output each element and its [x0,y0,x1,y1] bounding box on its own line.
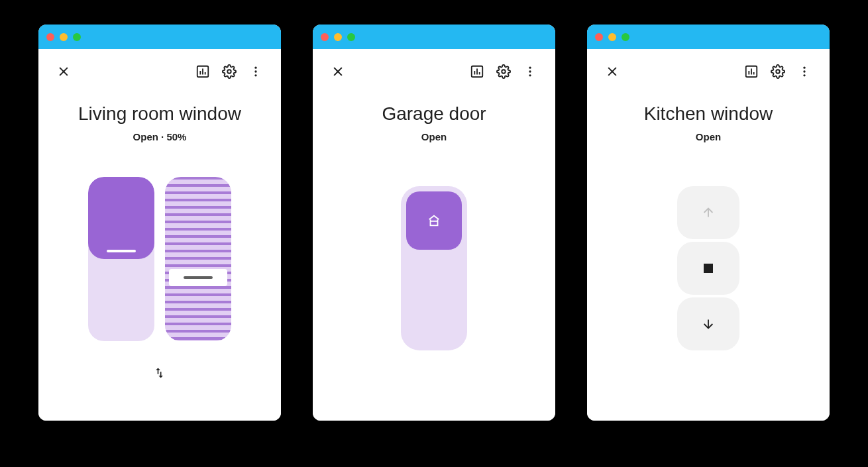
arrow-up-icon [701,205,716,220]
sliders-row [88,177,231,341]
tilt-indicator [169,269,227,286]
close-cover-button[interactable] [677,297,739,350]
window-garage-door: Garage door Open [313,25,555,421]
title-block: Garage door Open [313,94,555,142]
chart-icon [195,64,210,79]
chart-icon [470,64,484,79]
more-button[interactable] [243,58,269,85]
device-title: Garage door [313,103,555,125]
cover-handle [107,250,136,252]
more-vertical-icon [249,65,262,78]
close-icon [606,65,619,78]
title-block: Kitchen window Open [587,94,830,142]
more-vertical-icon [523,65,537,78]
swap-mode-button[interactable] [146,360,173,386]
svg-point-29 [803,70,805,72]
svg-point-30 [803,74,805,76]
history-button[interactable] [738,58,765,85]
window-close-dot[interactable] [46,33,54,41]
card-header [38,49,281,94]
svg-point-28 [803,67,805,69]
card-header [313,49,555,94]
garage-toggle[interactable] [401,186,467,350]
tilt-stripes [165,177,231,341]
cover-fill [88,177,154,259]
card-header [587,49,830,94]
close-button[interactable] [325,58,351,85]
close-button[interactable] [599,58,625,85]
controls-area [587,142,830,421]
device-status: Open [587,131,830,142]
cover-position-slider[interactable] [88,177,154,341]
device-title: Kitchen window [587,103,830,125]
window-maximize-dot[interactable] [347,33,355,41]
card-content: Living room window Open · 50% [38,49,281,421]
svg-point-17 [529,67,531,69]
svg-point-18 [529,70,531,72]
settings-button[interactable] [765,58,791,85]
title-block: Living room window Open · 50% [38,94,281,142]
arrow-down-icon [701,317,716,331]
device-title: Living room window [38,103,281,125]
close-button[interactable] [50,58,77,85]
svg-point-8 [254,70,256,72]
gear-icon [771,64,785,79]
controls-area [38,142,281,421]
window-close-dot[interactable] [595,33,603,41]
card-content: Kitchen window Open [587,49,830,421]
device-status: Open [313,131,555,142]
history-button[interactable] [464,58,490,85]
garage-fill [406,191,462,250]
history-button[interactable] [190,58,216,85]
window-maximize-dot[interactable] [622,33,629,41]
window-kitchen-window: Kitchen window Open [587,25,830,421]
window-titlebar [38,25,281,49]
cover-button-stack [677,186,739,350]
swap-vertical-icon [153,366,166,380]
svg-point-6 [227,70,231,74]
gear-icon [496,64,511,79]
stop-icon [704,264,713,273]
more-button[interactable] [791,58,818,85]
svg-point-9 [254,74,256,76]
window-living-room: Living room window Open · 50% [38,25,281,421]
chart-icon [744,64,759,79]
window-close-dot[interactable] [321,33,329,41]
tilt-indicator-line [184,276,213,279]
device-status: Open · 50% [38,131,281,142]
gear-icon [222,64,237,79]
svg-point-7 [254,67,256,69]
settings-button[interactable] [490,58,517,85]
card-content: Garage door Open [313,49,555,421]
svg-point-27 [776,70,780,74]
stop-button[interactable] [677,242,739,295]
svg-point-16 [502,70,506,74]
window-maximize-dot[interactable] [73,33,81,41]
controls-area [313,142,555,421]
more-button[interactable] [517,58,543,85]
settings-button[interactable] [216,58,243,85]
cover-tilt-slider[interactable] [165,177,231,341]
close-icon [57,65,70,78]
garage-icon [427,213,441,228]
window-titlebar [587,25,830,49]
more-vertical-icon [798,65,811,78]
window-minimize-dot[interactable] [60,33,68,41]
open-button [677,186,739,239]
window-minimize-dot[interactable] [334,33,342,41]
close-icon [331,65,345,78]
window-titlebar [313,25,555,49]
window-minimize-dot[interactable] [608,33,616,41]
svg-point-19 [529,74,531,76]
